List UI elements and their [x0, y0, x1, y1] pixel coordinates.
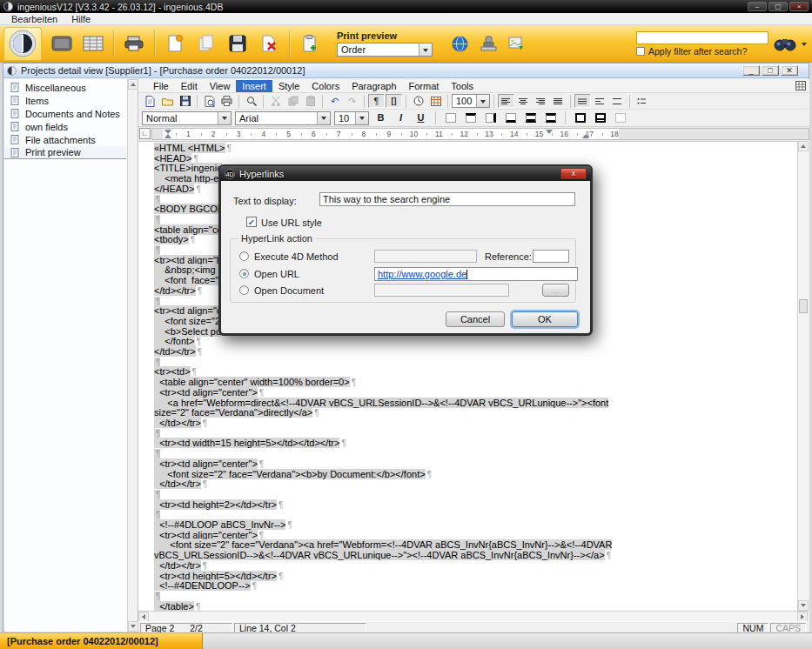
document-line[interactable] [154, 490, 791, 500]
document-line[interactable]: </table> [154, 602, 791, 611]
clipboard-add-button[interactable] [299, 32, 321, 55]
undo-button[interactable]: ↶ [326, 94, 343, 108]
border-all-button[interactable] [592, 111, 608, 125]
align-right-button[interactable] [533, 94, 549, 108]
app-menu-item[interactable]: Bearbeiten [5, 14, 64, 24]
scroll-down-icon[interactable] [128, 621, 138, 632]
open-document-button[interactable] [159, 94, 176, 108]
border-none-button[interactable] [612, 111, 628, 125]
insert-table-button[interactable] [427, 94, 444, 108]
border-topbottom-button[interactable] [542, 111, 559, 125]
editor-menu-item[interactable]: Paragraph [346, 80, 402, 92]
tab-selector[interactable]: ∟ [139, 128, 151, 139]
dialog-titlebar[interactable]: 4D Hyperlinks x [220, 166, 591, 181]
document-line[interactable] [154, 358, 791, 368]
sidebar-item[interactable]: File attachments [4, 133, 126, 146]
left-indent-marker[interactable] [164, 130, 171, 138]
list-view-button[interactable] [82, 32, 104, 55]
document-line[interactable]: <tr><td width=15 height=5></td></td></tr… [154, 438, 791, 449]
style-dropdown[interactable]: Normal [142, 111, 232, 125]
bullet-list-button[interactable] [634, 94, 650, 108]
document-line[interactable]: size="2" face="Verdana">directly</a> [154, 408, 791, 418]
align-justify-button[interactable] [550, 94, 567, 108]
method-input[interactable] [374, 250, 477, 263]
child-close-button[interactable]: ✕ [781, 65, 798, 76]
line-spacing-single-button[interactable] [574, 94, 591, 108]
show-references-button[interactable]: [] [386, 94, 402, 108]
cancel-button[interactable]: Cancel [446, 311, 505, 327]
align-left-button[interactable] [498, 94, 514, 108]
document-line[interactable]: <!--#4DLOOP aBCS_InvNr--> [154, 520, 791, 531]
line-spacing-double-button[interactable] [609, 94, 626, 108]
url-input[interactable]: http://www.google.de [374, 267, 578, 281]
scroll-up-icon[interactable] [798, 141, 809, 151]
search-input[interactable] [636, 31, 768, 44]
align-center-button[interactable] [515, 94, 532, 108]
zoom-dropdown[interactable]: 100 [452, 94, 490, 108]
paste-button[interactable] [302, 94, 319, 108]
bold-button[interactable]: B [372, 111, 389, 125]
document-line[interactable]: vBCS_URLSessionID-->&<!--4DVAR vBCS_URLu… [154, 551, 791, 561]
insert-time-button[interactable] [410, 94, 426, 108]
sidebar-item[interactable]: Print preview [4, 146, 126, 159]
form-view-button[interactable] [50, 32, 73, 55]
use-url-style-checkbox[interactable]: ✓ [246, 217, 257, 227]
open-url-radio[interactable] [239, 269, 249, 278]
order-dropdown[interactable]: Order [337, 43, 433, 57]
editor-menu-item[interactable]: Colors [305, 80, 346, 92]
document-line[interactable]: <tr><td align="center"> [154, 459, 791, 470]
delete-record-button[interactable] [258, 32, 280, 55]
document-line[interactable]: </font> [154, 337, 791, 347]
document-line[interactable]: </td></tr> [154, 561, 791, 572]
document-line[interactable] [154, 592, 791, 602]
save-document-button[interactable] [177, 94, 193, 108]
editor-menu-item[interactable]: Tools [445, 80, 480, 92]
minimize-button[interactable]: – [748, 2, 767, 11]
document-horizontal-scrollbar[interactable] [138, 611, 808, 621]
document-line[interactable]: <tr><td height=2></td></tr> [154, 500, 791, 511]
editor-menu-item[interactable]: View [204, 80, 237, 92]
scroll-up-icon[interactable] [128, 79, 138, 90]
document-line[interactable]: <font size="2" face="Verdana"><b>by Docu… [154, 470, 791, 480]
document-path-input[interactable] [374, 284, 509, 297]
sidebar-item[interactable]: Items [4, 94, 126, 107]
child-minimize-button[interactable]: _ [742, 65, 760, 76]
search-button[interactable] [774, 32, 796, 55]
underline-button[interactable]: U [413, 111, 429, 125]
taskbar-active-item[interactable]: [Purchase order 04022012/00012] [0, 633, 203, 649]
document-line[interactable]: <tr><td align="center"> [154, 388, 791, 398]
print-preview-button[interactable] [201, 94, 218, 108]
apply-filter-checkbox[interactable] [636, 47, 645, 56]
reference-input[interactable] [533, 250, 569, 263]
scrollbar-thumb[interactable] [799, 299, 808, 313]
new-document-button[interactable] [142, 94, 158, 108]
open-document-radio[interactable] [239, 285, 249, 295]
search-options-chevron-icon[interactable] [802, 43, 807, 49]
border-top-button[interactable] [462, 111, 479, 125]
cut-button[interactable] [267, 94, 284, 108]
border-outline-button[interactable] [572, 111, 588, 125]
print-button[interactable] [218, 94, 235, 108]
scroll-down-icon[interactable] [798, 600, 809, 611]
right-indent-marker[interactable] [546, 130, 553, 137]
editor-menu-item[interactable]: Style [272, 80, 305, 92]
copy-button[interactable] [285, 94, 301, 108]
ruler[interactable]: 123456789101112131415161718 [151, 128, 809, 140]
right-margin-marker[interactable] [582, 130, 589, 138]
export-image-button[interactable] [506, 32, 528, 55]
redo-button[interactable]: ↷ [344, 94, 360, 108]
ok-button[interactable]: OK [512, 311, 578, 327]
border-horizontal-button[interactable] [522, 111, 539, 125]
sidebar-scrollbar[interactable] [127, 79, 138, 632]
save-record-button[interactable] [226, 32, 249, 55]
text-to-display-input[interactable]: This way to the search engine [319, 192, 575, 206]
document-vertical-scrollbar[interactable] [797, 141, 808, 611]
border-bottom-button[interactable] [502, 111, 519, 125]
editor-view-toggle[interactable] [795, 81, 806, 90]
show-invisibles-button[interactable]: ¶ [368, 94, 385, 108]
editor-menu-item[interactable]: File [147, 80, 175, 92]
browse-button[interactable]: ... [542, 284, 569, 297]
duplicate-record-button[interactable] [195, 32, 218, 55]
font-dropdown[interactable]: Arial [235, 111, 331, 125]
editor-menu-item[interactable]: Insert [236, 80, 272, 92]
